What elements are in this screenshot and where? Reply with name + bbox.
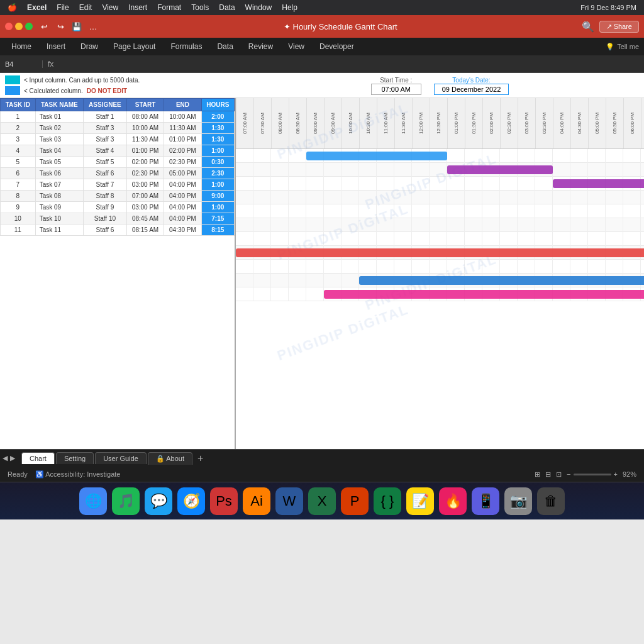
menu-data[interactable]: Data xyxy=(219,3,235,12)
zoom-out-icon[interactable]: − xyxy=(567,470,570,478)
col-taskid: TASK ID xyxy=(1,99,36,111)
tab-developer[interactable]: Developer xyxy=(313,40,360,53)
dock-messages[interactable]: 💬 xyxy=(145,487,172,515)
tab-page-layout[interactable]: Page Layout xyxy=(107,40,162,53)
table-row[interactable]: 8 Task 08 Staff 8 07:00 AM 04:00 PM 9:00 xyxy=(1,191,235,202)
gantt-bar[interactable] xyxy=(553,179,644,188)
gantt-row xyxy=(236,218,644,232)
menu-format[interactable]: Format xyxy=(157,3,181,12)
dock-code[interactable]: { } xyxy=(374,487,401,515)
cell-taskid: 7 xyxy=(1,179,36,191)
cell-taskname: Task 09 xyxy=(35,202,83,213)
table-row[interactable]: 7 Task 07 Staff 7 03:00 PM 04:00 PM 1:00 xyxy=(1,179,235,191)
tell-me[interactable]: 💡Tell me xyxy=(606,43,639,51)
gantt-bar[interactable] xyxy=(324,290,644,299)
cell-taskname: Task 11 xyxy=(35,225,83,236)
tab-insert[interactable]: Insert xyxy=(40,40,72,53)
table-row[interactable]: 9 Task 09 Staff 9 03:00 PM 04:00 PM 1:00 xyxy=(1,202,235,213)
table-row[interactable]: 10 Task 10 Staff 10 08:45 AM 04:00 PM 7:… xyxy=(1,213,235,225)
cell-end: 04:30 PM xyxy=(164,225,201,236)
view-normal-icon[interactable]: ⊞ xyxy=(535,470,540,479)
gantt-bar[interactable] xyxy=(306,152,447,160)
table-row[interactable]: 5 Task 05 Staff 5 02:00 PM 02:30 PM 0:30 xyxy=(1,157,235,168)
dock-appstore[interactable]: 📱 xyxy=(472,487,499,515)
menu-tools[interactable]: Tools xyxy=(191,3,209,12)
more-icon[interactable]: … xyxy=(87,20,99,33)
menu-insert[interactable]: Insert xyxy=(128,3,147,12)
menu-view[interactable]: View xyxy=(102,3,118,12)
prev-sheet-icon[interactable]: ◀ xyxy=(3,454,8,462)
gantt-bar[interactable] xyxy=(447,165,553,174)
view-page-icon[interactable]: ⊟ xyxy=(545,470,551,479)
zoom-slider[interactable] xyxy=(574,474,611,475)
gantt-bar[interactable] xyxy=(359,276,644,285)
sheet-tab-setting[interactable]: Setting xyxy=(56,452,94,464)
dock-ps[interactable]: Ps xyxy=(210,487,238,515)
table-row[interactable]: 1 Task 01 Staff 1 08:00 AM 10:00 AM 2:00 xyxy=(1,111,235,123)
table-row[interactable]: 2 Task 02 Staff 3 10:00 AM 11:30 AM 1:30 xyxy=(1,123,235,134)
share-button[interactable]: ↗ Share xyxy=(599,21,639,33)
close-button[interactable] xyxy=(5,23,13,30)
cell-end: 05:00 PM xyxy=(164,168,201,179)
tab-draw[interactable]: Draw xyxy=(74,40,104,53)
add-sheet-button[interactable]: + xyxy=(194,453,207,464)
toolbar-icons: ↩ ↪ 💾 … xyxy=(38,20,99,33)
apple-icon[interactable]: 🍎 xyxy=(8,3,17,12)
today-date-value[interactable]: 09 December 2022 xyxy=(434,84,509,95)
cell-end: 04:00 PM xyxy=(164,202,201,213)
col-start: START xyxy=(126,99,164,111)
save-icon[interactable]: 💾 xyxy=(70,20,83,33)
sheet-tab-chart[interactable]: Chart xyxy=(21,452,55,464)
undo-icon[interactable]: ↩ xyxy=(38,20,50,33)
menu-file[interactable]: File xyxy=(57,3,69,12)
accessibility-status[interactable]: ♿ Accessibility: Investigate xyxy=(35,470,121,479)
gantt-inner: 07:00 AM07:30 AM08:00 AM08:30 AM09:00 AM… xyxy=(236,98,644,301)
cell-taskid: 1 xyxy=(1,111,36,123)
dock-safari[interactable]: 🧭 xyxy=(177,487,205,515)
dock-music[interactable]: 🎵 xyxy=(112,487,140,515)
minimize-button[interactable] xyxy=(15,23,23,30)
dock-photos[interactable]: 📷 xyxy=(504,487,532,515)
cell-reference[interactable]: B4 xyxy=(5,60,43,68)
cell-taskname: Task 01 xyxy=(35,111,83,123)
menu-edit[interactable]: Edit xyxy=(79,3,92,12)
table-row[interactable]: 4 Task 04 Staff 4 01:00 PM 02:00 PM 1:00 xyxy=(1,145,235,157)
zoom-in-icon[interactable]: + xyxy=(614,470,618,478)
dock-ai[interactable]: Ai xyxy=(243,487,270,515)
maximize-button[interactable] xyxy=(25,23,33,30)
dock-excel[interactable]: X xyxy=(308,487,336,515)
time-slot-header: 02:30 PM xyxy=(500,98,518,148)
sheet-nav[interactable]: ◀ ▶ xyxy=(3,454,15,462)
redo-icon[interactable]: ↪ xyxy=(54,20,67,33)
tab-data[interactable]: Data xyxy=(211,40,239,53)
dock-trash[interactable]: 🗑 xyxy=(537,487,565,515)
sheet-tab-about[interactable]: 🔒 About xyxy=(148,452,192,465)
menu-help[interactable]: Help xyxy=(282,3,297,12)
dock-word[interactable]: W xyxy=(275,487,303,515)
gantt-header: 07:00 AM07:30 AM08:00 AM08:30 AM09:00 AM… xyxy=(236,98,644,149)
view-preview-icon[interactable]: ⊡ xyxy=(556,470,562,479)
tab-home[interactable]: Home xyxy=(5,40,38,53)
menu-window[interactable]: Window xyxy=(245,3,272,12)
dock-notes[interactable]: 📝 xyxy=(406,487,434,515)
dock-ppt[interactable]: P xyxy=(341,487,369,515)
next-sheet-icon[interactable]: ▶ xyxy=(10,454,15,462)
dock-app1[interactable]: 🔥 xyxy=(439,487,467,515)
time-slot-header: 02:00 PM xyxy=(482,98,500,148)
start-time-value[interactable]: 07:00 AM xyxy=(371,84,421,95)
tab-review[interactable]: Review xyxy=(242,40,279,53)
gantt-bar[interactable] xyxy=(236,248,644,257)
table-row[interactable]: 6 Task 06 Staff 6 02:30 PM 05:00 PM 2:30 xyxy=(1,168,235,179)
sheet-tab-userguide[interactable]: User Guide xyxy=(95,452,147,464)
search-icon[interactable]: 🔍 xyxy=(582,21,594,33)
dock-finder[interactable]: 🌐 xyxy=(79,487,107,515)
cell-assignee: Staff 10 xyxy=(83,213,126,225)
table-row[interactable]: 3 Task 03 Staff 3 11:30 AM 01:00 PM 1:30 xyxy=(1,134,235,145)
tab-view[interactable]: View xyxy=(282,40,311,53)
menu-excel[interactable]: Excel xyxy=(27,3,47,12)
cell-hours: 1:30 xyxy=(201,134,234,145)
table-row[interactable]: 11 Task 11 Staff 6 08:15 AM 04:30 PM 8:1… xyxy=(1,225,235,236)
tab-formulas[interactable]: Formulas xyxy=(164,40,208,53)
cell-start: 03:00 PM xyxy=(126,179,164,191)
cell-taskid: 5 xyxy=(1,157,36,168)
